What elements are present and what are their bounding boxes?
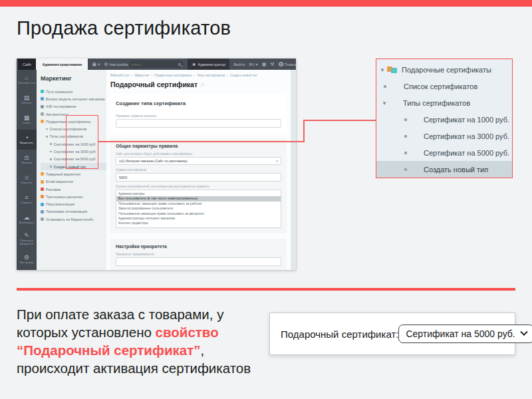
sidebar-item[interactable]: Персонализация <box>41 200 106 207</box>
search-input[interactable] <box>131 63 178 66</box>
group-option[interactable]: Администраторы интернет-магазина <box>116 216 281 221</box>
sidebar-item[interactable]: Автоконтекст <box>41 110 106 118</box>
site-label: Сайт для которого будут действовать серт… <box>116 152 281 156</box>
top-accent-bar <box>0 0 532 7</box>
rail-item[interactable]: ⚙ Настройки <box>17 249 37 269</box>
rail-item-label: Marketplace <box>19 221 35 225</box>
name-input[interactable] <box>116 119 281 128</box>
sidebar-item[interactable]: A/B-тестирование <box>41 103 106 110</box>
chevron-down-icon: ▾ <box>276 159 278 163</box>
admin-page-title-row: Подарочный сертификат ☆ <box>110 80 287 88</box>
sidebar-item-label: Типы сертификатов <box>50 134 84 138</box>
sidebar-item[interactable]: Реклама <box>41 186 106 193</box>
breadcrumb-item[interactable]: Типы сертификатов <box>192 74 225 77</box>
sidebar-item-icon <box>50 143 52 145</box>
sidebar-item[interactable]: Список сертификатов <box>41 125 106 132</box>
language-switch[interactable]: RU ▾ <box>249 63 257 66</box>
group-option[interactable]: Пользователи, имеющие право голосовать з… <box>116 201 281 206</box>
bullet-icon <box>404 168 407 171</box>
admin-screenshot: Сайт Администрирование ▣ 4 ⚙ Настройки ☻… <box>17 59 296 270</box>
tree-item-cert-1000[interactable]: Сертификат на 1000 руб. <box>376 111 512 128</box>
sidebar-item[interactable]: Сертификат на 3000 руб. <box>41 148 106 155</box>
rail-item-icon: ▤ <box>24 95 30 101</box>
user-menu[interactable]: ☻ Администратор <box>188 59 229 70</box>
site-select[interactable]: (s1) Интернет-магазин (Сайт по умолчанию… <box>116 157 281 165</box>
breadcrumb-item[interactable]: Рабочий стол <box>110 74 130 77</box>
sidebar-item[interactable]: Поисковая оптимизация <box>41 208 106 215</box>
notifications-button[interactable]: ▣ 4 <box>92 62 100 67</box>
sidebar-item[interactable]: Сертификат на 1000 руб. <box>41 140 106 148</box>
sidebar-item-icon <box>41 188 44 191</box>
sidebar-item-icon <box>41 97 44 100</box>
sidebar-item-label: Сертификат на 3000 руб. <box>54 150 97 154</box>
group-option[interactable]: Пользователи имеющие право голосовать за… <box>116 211 281 216</box>
group-option[interactable]: Зарегистрированные пользователи <box>116 206 281 211</box>
sidebar-item-icon <box>41 105 44 108</box>
rail-item-label: Контент <box>21 102 33 105</box>
group-option[interactable]: Администраторы <box>116 192 281 196</box>
rail-item[interactable]: ☺ Клиенты <box>17 170 37 190</box>
logout-link[interactable]: Выйти <box>233 63 245 66</box>
sidebar-item[interactable]: Установить из Маркетплейс <box>41 215 106 223</box>
calendar-button[interactable]: ▦ <box>262 62 267 67</box>
rail-item[interactable]: ◔ Маркетинг <box>17 130 37 150</box>
tree-item-cert-3000[interactable]: Сертификат на 3000 руб. <box>376 128 512 144</box>
calendar-icon: ▦ <box>262 62 267 67</box>
rail-item[interactable]: ☁ Marketplace <box>17 209 37 229</box>
tree-item-create-new-type[interactable]: Создать новый тип <box>376 161 512 178</box>
tree-item-certificate-list[interactable]: Список сертификатов <box>376 78 512 94</box>
rail-item-icon: ☺ <box>23 175 29 181</box>
tab-site[interactable]: Сайт <box>18 59 36 70</box>
rail-item-label: Настройки <box>19 261 35 265</box>
sidebar-item[interactable]: Сертификат на 5000 руб. <box>41 156 106 163</box>
priority-section-title: Настройки приоритета <box>116 244 281 249</box>
chevron-down-icon: ▾ <box>256 63 258 66</box>
rail-item[interactable]: ⚖ Магазин <box>17 150 37 170</box>
breadcrumb-item[interactable]: Создать новый тип <box>225 74 257 77</box>
sidebar-item[interactable]: Бизнес модель интернет-магазина <box>41 95 106 102</box>
tree-item-gift-certificates[interactable]: ▾ Подарочные сертификаты <box>376 61 512 78</box>
certificate-select-panel: Подарочный сертификат: Сертификат на 500… <box>269 313 515 355</box>
rail-item[interactable]: ✎ Переход в Битрикс24 <box>17 229 37 249</box>
group-option[interactable]: Все пользователи (в том числе неавторизо… <box>116 196 281 201</box>
sidebar-item-label: Триггерные рассылки <box>46 195 82 199</box>
sidebar-item-label: Бизнес модель интернет-магазина <box>46 97 104 101</box>
rail-item-label: Клиенты <box>21 182 33 185</box>
rail-item[interactable]: ⌂ Рабочий стол <box>17 70 37 90</box>
sidebar-item[interactable]: Создать новый тип <box>41 163 106 170</box>
rail-item-label: Переход в Битрикс24 <box>17 239 37 246</box>
rail-item[interactable]: ▤ Контент <box>17 90 37 110</box>
tree-item-label: Список сертификатов <box>404 82 477 90</box>
sidebar-item[interactable]: Товарный маркетинг <box>41 170 106 178</box>
group-option[interactable]: Контент-редакторы <box>116 221 281 225</box>
sidebar-item-label: Подарочные сертификаты <box>46 120 90 124</box>
certificate-select[interactable]: Сертификат на 5000 руб. <box>398 325 532 343</box>
general-section-title: Общие параметры правила <box>116 144 281 148</box>
tab-administration[interactable]: Администрирование <box>36 59 88 70</box>
form-section-create: Создание типа сертификата Название прави… <box>110 94 287 133</box>
tree-item-certificate-types[interactable]: ▾ Типы сертификатов <box>376 94 512 111</box>
rail-item[interactable]: ≡ Сервисы <box>17 190 37 209</box>
breadcrumb-item[interactable]: Подарочные сертификаты <box>150 74 192 77</box>
sum-input[interactable]: 5000 <box>116 173 281 182</box>
sidebar-item-label: Список сертификатов <box>50 127 87 131</box>
scrollbar[interactable] <box>291 70 296 270</box>
sidebar-item[interactable]: Типы сертификатов <box>41 133 106 140</box>
sidebar-item[interactable]: Триггерные рассылки <box>41 193 106 200</box>
favorite-star-icon[interactable]: ☆ <box>200 82 205 88</box>
sidebar-item-icon <box>50 166 52 168</box>
settings-menu[interactable]: ⚙ Настройки <box>104 62 128 67</box>
help-link[interactable]: ? Помощь <box>279 62 296 66</box>
breadcrumb-item[interactable]: Маркетинг <box>130 74 150 77</box>
sidebar-item-icon <box>41 195 44 198</box>
tools-button[interactable]: ⚒ <box>270 62 274 67</box>
form-section-priority: Настройки приоритета Приоритет применимо… <box>110 239 287 270</box>
rail-item[interactable]: ▦ Сайты <box>17 110 37 130</box>
sidebar-item[interactable]: Подарочные сертификаты <box>41 118 106 125</box>
sidebar-item[interactable]: Email-маркетинг <box>41 178 106 186</box>
groups-listbox[interactable]: АдминистраторыВсе пользователи (в том чи… <box>116 190 281 228</box>
tree-item-cert-5000[interactable]: Сертификат на 5000 руб. <box>376 144 512 161</box>
admin-search[interactable] <box>128 61 184 68</box>
sidebar-item[interactable]: Пути конверсии <box>41 88 106 95</box>
priority-input[interactable] <box>116 257 281 266</box>
